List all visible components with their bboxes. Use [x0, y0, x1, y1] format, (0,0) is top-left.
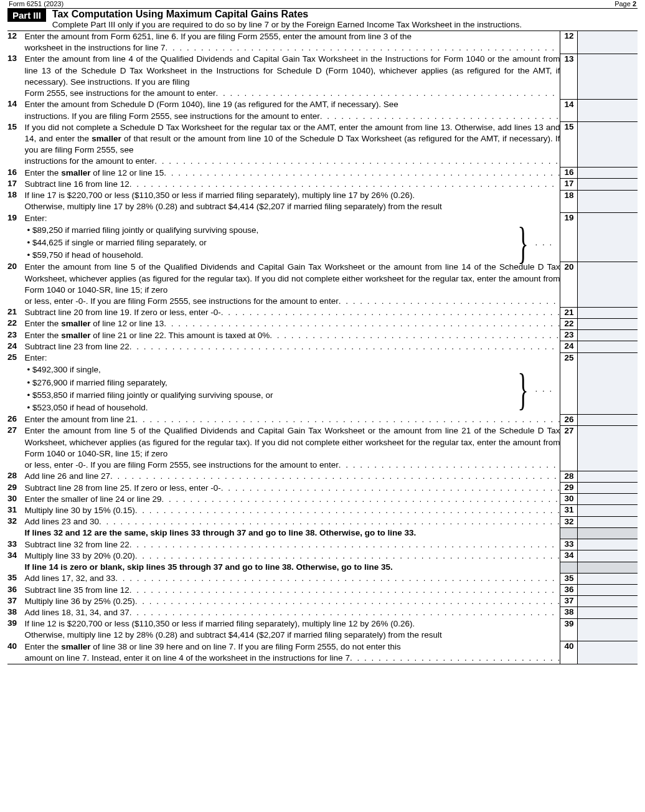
line-26: 26 Enter the amount from line 21 26 — [7, 414, 638, 425]
line-36: 36 Subtract line 35 from line 12 36 — [7, 585, 638, 596]
amount-field-24[interactable] — [578, 341, 638, 352]
line-37: 37 Multiply line 36 by 25% (0.25) 37 — [7, 596, 638, 607]
amount-field-29[interactable] — [578, 483, 638, 494]
line-18: 18 If line 17 is $220,700 or less ($110,… — [7, 190, 638, 212]
amount-field-14[interactable] — [578, 99, 638, 121]
note-after-34: If line 14 is zero or blank, skip lines … — [7, 562, 638, 573]
line-number-left: 12 — [7, 31, 25, 54]
amount-field-33[interactable] — [578, 539, 638, 550]
amount-field-38[interactable] — [578, 607, 638, 618]
amount-field-40[interactable] — [578, 641, 638, 664]
amount-field-36[interactable] — [578, 585, 638, 596]
amount-field-16[interactable] — [578, 168, 638, 179]
line-40: 40 Enter the smaller of line 38 or line … — [7, 641, 638, 664]
line-38: 38 Add lines 18, 31, 34, and 37 38 — [7, 607, 638, 618]
line-25: 25 Enter: • $492,300 if single, • $276,9… — [7, 352, 638, 414]
amount-field-26[interactable] — [578, 414, 638, 425]
amount-field-12[interactable] — [578, 31, 638, 54]
amount-field-15[interactable] — [578, 122, 638, 168]
line-13: 13 Enter the amount from line 4 of the Q… — [7, 54, 638, 99]
part-subtitle: Complete Part III only if you are requir… — [52, 20, 638, 29]
form-table: 12 Enter the amount from Form 6251, line… — [7, 31, 638, 664]
line-23: 23 Enter the smaller of line 21 or line … — [7, 330, 638, 341]
line-29: 29 Subtract line 28 from line 25. If zer… — [7, 483, 638, 494]
part-badge: Part III — [7, 9, 46, 22]
amount-field-31[interactable] — [578, 505, 638, 516]
brace-icon: } — [517, 225, 530, 261]
amount-field-17[interactable] — [578, 179, 638, 190]
amount-field-22[interactable] — [578, 318, 638, 329]
line-30: 30 Enter the smaller of line 24 or line … — [7, 494, 638, 505]
line-32: 32 Add lines 23 and 30 32 — [7, 516, 638, 527]
form-reference: Form 6251 (2023) — [9, 0, 64, 7]
amount-field-35[interactable] — [578, 573, 638, 584]
line-33: 33 Subtract line 32 from line 22 33 — [7, 539, 638, 550]
line-21: 21 Subtract line 20 from line 19. If zer… — [7, 307, 638, 318]
part-title: Tax Computation Using Maximum Capital Ga… — [52, 9, 638, 20]
form-page: Form 6251 (2023) Page 2 Part III Tax Com… — [0, 0, 645, 671]
part-header: Part III Tax Computation Using Maximum C… — [7, 9, 638, 31]
amount-field-20[interactable] — [578, 262, 638, 307]
amount-field-34[interactable] — [578, 550, 638, 562]
brace-icon: } — [517, 371, 530, 407]
line-17: 17 Subtract line 16 from line 12 17 — [7, 179, 638, 190]
amount-field-37[interactable] — [578, 596, 638, 607]
line-22: 22 Enter the smaller of line 12 or line … — [7, 318, 638, 329]
amount-field-25[interactable] — [578, 352, 638, 414]
page-number: Page 2 — [614, 0, 636, 7]
line-27: 27 Enter the amount from line 5 of the Q… — [7, 425, 638, 471]
line-34: 34 Multiply line 33 by 20% (0.20) 34 — [7, 550, 638, 562]
note-after-32: If lines 32 and 12 are the same, skip li… — [7, 527, 638, 539]
amount-field-23[interactable] — [578, 330, 638, 341]
line-39: 39 If line 12 is $220,700 or less ($110,… — [7, 618, 638, 641]
line-20: 20 Enter the amount from line 5 of the Q… — [7, 262, 638, 307]
line-12: 12 Enter the amount from Form 6251, line… — [7, 31, 638, 54]
line-24: 24 Subtract line 23 from line 22 24 — [7, 341, 638, 352]
amount-field-13[interactable] — [578, 54, 638, 99]
line-14: 14 Enter the amount from Schedule D (For… — [7, 99, 638, 121]
page-header-row: Form 6251 (2023) Page 2 — [7, 0, 638, 9]
amount-field-18[interactable] — [578, 190, 638, 212]
amount-field-39[interactable] — [578, 618, 638, 641]
line-19: 19 Enter: • $89,250 if married filing jo… — [7, 213, 638, 262]
amount-field-28[interactable] — [578, 471, 638, 482]
line-number-right: 12 — [560, 31, 578, 54]
amount-field-21[interactable] — [578, 307, 638, 318]
line-15: 15 If you did not complete a Schedule D … — [7, 122, 638, 168]
line-28: 28 Add line 26 and line 27 28 — [7, 471, 638, 482]
line-35: 35 Add lines 17, 32, and 33 35 — [7, 573, 638, 584]
amount-field-19[interactable] — [578, 213, 638, 262]
amount-field-32[interactable] — [578, 516, 638, 527]
amount-field-30[interactable] — [578, 494, 638, 505]
line-16: 16 Enter the smaller of line 12 or line … — [7, 168, 638, 179]
amount-field-27[interactable] — [578, 425, 638, 471]
line-31: 31 Multiply line 30 by 15% (0.15) 31 — [7, 505, 638, 516]
